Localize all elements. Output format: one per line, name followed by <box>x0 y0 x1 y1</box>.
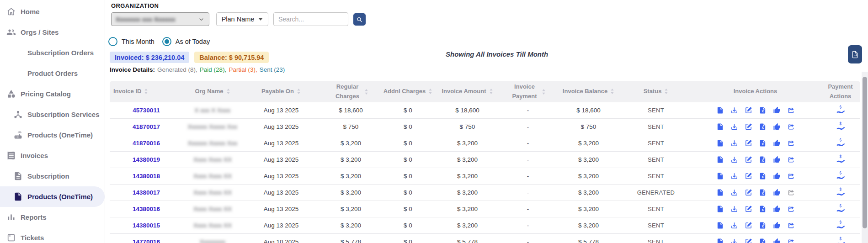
record-payment-icon[interactable] <box>836 122 845 131</box>
sidebar-item-pricing-catalog[interactable]: Pricing Catalog <box>0 84 105 104</box>
approve-thumbs-up-icon[interactable] <box>773 156 781 164</box>
sidebar-item-reports[interactable]: Reports <box>0 207 105 227</box>
invoice-file-icon[interactable] <box>716 189 724 196</box>
column-header-addnl-charges[interactable]: Addnl Charges <box>382 87 434 96</box>
edit-invoice-icon[interactable] <box>745 156 752 164</box>
search-button[interactable] <box>353 13 366 26</box>
column-header-regular-charges[interactable]: Regular Charges <box>320 82 382 100</box>
sort-icon[interactable] <box>226 88 230 95</box>
share-invoice-icon[interactable] <box>787 205 795 213</box>
sort-icon[interactable] <box>610 88 614 95</box>
share-invoice-icon[interactable] <box>787 172 795 180</box>
column-header-invoice-payment[interactable]: Invoice Payment <box>501 82 555 100</box>
invoice-id-link[interactable]: 14380017 <box>133 189 160 196</box>
invoice-id-link[interactable]: 14380015 <box>133 222 160 229</box>
excel-export-icon[interactable] <box>759 205 767 213</box>
sort-icon[interactable] <box>144 88 148 95</box>
radio-circle-icon[interactable] <box>108 37 117 46</box>
invoice-id-link[interactable]: 14380019 <box>133 156 160 163</box>
organization-select[interactable]: Xxxxxxx xxx Xxxxxx <box>111 12 209 26</box>
column-header-org-name[interactable]: Org Name <box>183 87 242 96</box>
edit-invoice-icon[interactable] <box>745 172 752 180</box>
share-invoice-icon[interactable] <box>787 238 795 243</box>
column-header-invoice-id[interactable]: Invoice ID <box>110 87 183 96</box>
record-payment-icon[interactable] <box>836 105 845 114</box>
approve-thumbs-up-icon[interactable] <box>773 106 781 114</box>
share-invoice-icon[interactable] <box>787 156 795 164</box>
excel-export-icon[interactable] <box>759 189 767 196</box>
download-invoice-icon[interactable] <box>730 238 738 243</box>
approve-thumbs-up-icon[interactable] <box>773 222 781 229</box>
edit-invoice-icon[interactable] <box>745 205 752 213</box>
vertical-scrollbar-thumb[interactable] <box>863 77 867 228</box>
excel-export-icon[interactable] <box>759 139 767 147</box>
share-invoice-icon[interactable] <box>787 106 795 114</box>
share-invoice-icon[interactable] <box>787 189 795 196</box>
invoice-file-icon[interactable] <box>716 222 724 229</box>
radio-this-month[interactable]: This Month <box>108 37 154 46</box>
download-invoice-icon[interactable] <box>730 205 738 213</box>
sort-icon[interactable] <box>428 88 432 95</box>
column-header-invoice-balance[interactable]: Invoice Balance <box>555 87 622 96</box>
edit-invoice-icon[interactable] <box>745 106 752 114</box>
record-payment-icon[interactable] <box>836 171 845 180</box>
invoice-id-link[interactable]: 41870017 <box>133 123 160 130</box>
sidebar-item-subscription-services[interactable]: Subscription Services <box>0 104 105 125</box>
invoice-id-link[interactable]: 45730011 <box>133 107 160 114</box>
download-invoice-icon[interactable] <box>730 189 738 196</box>
approve-thumbs-up-icon[interactable] <box>773 189 781 196</box>
approve-thumbs-up-icon[interactable] <box>773 139 781 147</box>
approve-thumbs-up-icon[interactable] <box>773 238 781 243</box>
sidebar-item-subscription-orders[interactable]: Subscription Orders <box>0 42 105 63</box>
sort-icon[interactable] <box>364 89 368 95</box>
approve-thumbs-up-icon[interactable] <box>773 123 781 131</box>
column-header-payable-on[interactable]: Payable On <box>242 87 320 96</box>
search-input[interactable] <box>273 12 348 26</box>
sidebar-item-products-onetime[interactable]: Products (OneTime) <box>0 125 105 145</box>
record-payment-icon[interactable] <box>836 237 845 243</box>
sidebar-item-orgs-sites[interactable]: Orgs / Sites <box>0 22 105 42</box>
edit-invoice-icon[interactable] <box>745 238 752 243</box>
edit-invoice-icon[interactable] <box>745 189 752 196</box>
record-payment-icon[interactable] <box>836 220 845 229</box>
invoice-file-icon[interactable] <box>716 205 724 213</box>
invoice-id-link[interactable]: 41870016 <box>133 140 160 147</box>
invoice-file-icon[interactable] <box>716 156 724 164</box>
excel-export-icon[interactable] <box>759 106 767 114</box>
sidebar-item-products-onetime[interactable]: Products (OneTime) <box>0 186 105 207</box>
download-invoice-icon[interactable] <box>730 139 738 147</box>
record-payment-icon[interactable] <box>836 138 845 147</box>
invoice-file-icon[interactable] <box>716 139 724 147</box>
record-payment-icon[interactable] <box>836 154 845 164</box>
sort-icon[interactable] <box>297 88 301 95</box>
sidebar-item-home[interactable]: Home <box>0 1 105 22</box>
invoice-file-icon[interactable] <box>716 238 724 243</box>
plan-name-dropdown[interactable]: Plan Name <box>216 12 268 26</box>
sort-icon[interactable] <box>542 89 546 95</box>
invoice-id-link[interactable]: 14770016 <box>133 238 160 243</box>
invoice-file-icon[interactable] <box>716 123 724 131</box>
share-invoice-icon[interactable] <box>787 222 795 229</box>
radio-circle-icon[interactable] <box>162 37 171 46</box>
download-invoice-icon[interactable] <box>730 156 738 164</box>
record-payment-icon[interactable] <box>836 204 845 213</box>
invoice-file-icon[interactable] <box>716 106 724 114</box>
excel-export-icon[interactable] <box>759 156 767 164</box>
sort-icon[interactable] <box>489 88 493 95</box>
column-header-status[interactable]: Status <box>622 87 690 96</box>
record-payment-icon[interactable] <box>836 187 845 196</box>
approve-thumbs-up-icon[interactable] <box>773 172 781 180</box>
sidebar-item-invoices[interactable]: Invoices <box>0 145 105 166</box>
share-invoice-icon[interactable] <box>787 123 795 131</box>
radio-as-of-today[interactable]: As of Today <box>162 37 210 46</box>
excel-export-icon[interactable] <box>759 172 767 180</box>
download-invoice-icon[interactable] <box>730 106 738 114</box>
download-invoice-icon[interactable] <box>730 222 738 229</box>
sidebar-item-subscription[interactable]: Subscription <box>0 166 105 186</box>
export-button[interactable] <box>848 45 862 63</box>
excel-export-icon[interactable] <box>759 123 767 131</box>
excel-export-icon[interactable] <box>759 222 767 229</box>
invoice-file-icon[interactable] <box>716 172 724 180</box>
excel-export-icon[interactable] <box>759 238 767 243</box>
share-invoice-icon[interactable] <box>787 139 795 147</box>
